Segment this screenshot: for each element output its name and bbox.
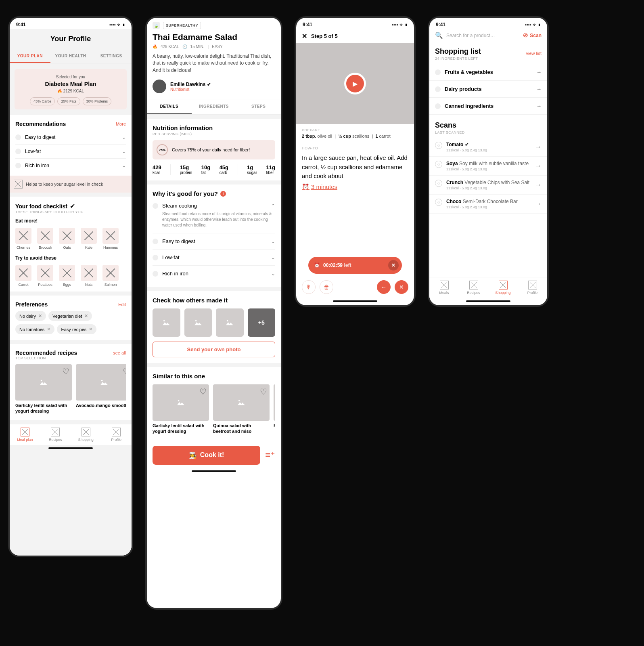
remove-icon[interactable]: ✕ xyxy=(84,313,88,319)
food-chip[interactable]: Carrot xyxy=(15,265,31,287)
pref-tag[interactable]: Easy recipes✕ xyxy=(57,324,96,334)
tab-ingredients[interactable]: INGREDIENTS xyxy=(192,99,236,114)
voice-button[interactable]: 🎙 xyxy=(302,280,316,294)
recipe-card[interactable]: ♡Fe bit xyxy=(274,384,275,434)
acc-iron[interactable]: Rich in iron⌄ xyxy=(153,266,275,281)
remove-icon[interactable]: ✕ xyxy=(47,327,50,332)
stop-timer-button[interactable]: ✕ xyxy=(388,260,399,271)
see-all-link[interactable]: see all xyxy=(113,350,126,355)
remove-icon[interactable]: ✕ xyxy=(38,313,42,319)
heart-icon[interactable]: ♡ xyxy=(260,387,267,396)
rec-more-link[interactable]: More xyxy=(116,122,126,126)
tab-settings[interactable]: SETTINGS xyxy=(91,50,132,63)
author-row[interactable]: Emilie Dawkins ✔ Nutritionist xyxy=(147,80,281,99)
acc-steam[interactable]: Steam cooking⌃ Steamed food retains more… xyxy=(153,198,275,233)
food-chip[interactable]: Oats xyxy=(59,228,75,250)
food-chip[interactable]: Salmon xyxy=(102,265,119,287)
photo-more[interactable]: +5 xyxy=(248,308,276,337)
chip-label: Carrot xyxy=(18,283,28,287)
recipes-icon xyxy=(51,428,60,436)
rec-label: Low-fat xyxy=(25,149,41,154)
nav-profile[interactable]: Profile xyxy=(518,277,547,298)
scan-item[interactable]: ☺Crunch Vegetable Chips with Sea Salt111… xyxy=(429,176,547,195)
finish-button[interactable]: ✕ xyxy=(395,280,408,294)
rec-item-iron[interactable]: Rich in iron⌄ xyxy=(15,159,126,172)
meal-plan-card[interactable]: Selected for you Diabetes Meal Plan 🔥 21… xyxy=(15,69,127,109)
recipe-card[interactable]: ♡Garlicky lentil salad with yogurt dress… xyxy=(15,364,72,414)
arrow-right-icon: → xyxy=(535,162,542,170)
cook-button[interactable]: 👩‍🍳Cook it! xyxy=(153,446,260,465)
chip-label: Nuts xyxy=(85,283,93,287)
remove-icon[interactable]: ✕ xyxy=(89,327,92,332)
heart-icon[interactable]: ♡ xyxy=(199,387,207,396)
fiber-text: Covers 75% of your daily need for fiber! xyxy=(172,147,250,152)
recipe-cards[interactable]: ♡Garlicky lentil salad with yogurt dress… xyxy=(15,364,126,414)
recipe-image: ♡ xyxy=(153,384,209,421)
heart-icon[interactable]: ♡ xyxy=(123,367,126,376)
tab-your-health[interactable]: YOUR HEALTH xyxy=(50,50,91,63)
avoid-row: CarrotPotatoesEggsNutsSalmon xyxy=(15,265,126,287)
cat-canned[interactable]: Canned ingredients→ xyxy=(429,98,547,115)
nav-mealplan[interactable]: Meal plan xyxy=(10,424,40,445)
similar-cards[interactable]: ♡Garlicky lentil salad with yogurt dress… xyxy=(153,384,275,434)
prev-step-button[interactable]: ← xyxy=(377,280,391,294)
food-chip[interactable]: Eggs xyxy=(59,265,75,287)
food-chip[interactable]: Potatoes xyxy=(37,265,53,287)
view-list-link[interactable]: view list xyxy=(526,51,542,56)
food-chip[interactable]: Hummus xyxy=(102,228,119,250)
scans-heading: Scans xyxy=(435,121,456,130)
rec-item-digest[interactable]: Easy to digest⌄ xyxy=(15,130,126,145)
play-button[interactable]: ▶ xyxy=(346,75,364,92)
send-photo-button[interactable]: Send your own photo xyxy=(153,342,275,357)
nav-shopping[interactable]: Shopping xyxy=(71,424,101,445)
recipe-card[interactable]: ♡Quinoa salad with beetroot and miso xyxy=(213,384,270,434)
close-icon[interactable]: ✕ xyxy=(302,32,307,40)
pref-tag[interactable]: No dairy✕ xyxy=(15,311,46,321)
mood-icon: ☺ xyxy=(435,142,442,149)
add-list-button[interactable]: ≡⁺ xyxy=(265,446,275,465)
scan-item[interactable]: ☺Choco Semi-Dark Chocolate Bar111kcal · … xyxy=(429,195,547,214)
photo-thumb[interactable] xyxy=(216,308,244,337)
photo-thumb[interactable] xyxy=(184,308,212,337)
pref-edit-link[interactable]: Edit xyxy=(118,302,126,307)
timer-link[interactable]: ⏰3 minutes xyxy=(296,183,414,199)
heart-icon[interactable]: ♡ xyxy=(62,367,69,376)
scan-button[interactable]: 〄Scan xyxy=(523,33,542,38)
cat-dairy[interactable]: Dairy products→ xyxy=(429,81,547,98)
scan-item[interactable]: ☺Soya Soy milk with subtle vanilla taste… xyxy=(429,157,547,176)
scan-item[interactable]: ☺Tomato ✔ 111kcal · 5.0g 2.4g 13.0g→ xyxy=(429,138,547,157)
food-chip[interactable]: Broccoli xyxy=(37,228,53,250)
nav-shopping[interactable]: Shopping xyxy=(488,277,518,298)
recipes-section: Recommended recipes see all TOP SELECTIO… xyxy=(10,344,132,420)
nav-recipes[interactable]: Recipes xyxy=(459,277,488,298)
photo-thumb[interactable] xyxy=(153,308,180,337)
food-chip[interactable]: Cherries xyxy=(15,228,31,250)
delete-button[interactable]: 🗑 xyxy=(320,280,333,294)
tab-your-plan[interactable]: YOUR PLAN xyxy=(10,50,50,63)
arrow-right-icon: → xyxy=(535,181,542,189)
tab-details[interactable]: DETAILS xyxy=(147,99,192,114)
nav-profile[interactable]: Profile xyxy=(101,424,132,445)
cat-label: Dairy products xyxy=(445,86,482,92)
recipe-card[interactable]: ♡Avocado-mango smoothie xyxy=(76,364,126,414)
rec-item-lowfat[interactable]: Low-fat⌄ xyxy=(15,145,126,159)
preferences-section: Preferences Edit No dairy✕Vegetarian die… xyxy=(10,296,132,340)
search-input[interactable]: Search for a product… xyxy=(446,33,520,38)
video-area[interactable]: ▶ xyxy=(296,43,414,124)
pref-tag[interactable]: No tomatoes✕ xyxy=(15,324,54,334)
recipe-card[interactable]: ♡Garlicky lentil salad with yogurt dress… xyxy=(153,384,209,434)
cat-fruits[interactable]: Fruits & vegetables→ xyxy=(429,64,547,81)
acc-lowfat[interactable]: Low-fat⌄ xyxy=(153,250,275,266)
pref-tag[interactable]: Vegetarian diet✕ xyxy=(48,311,92,321)
tag-label: Easy recipes xyxy=(61,327,86,332)
tag-label: Vegetarian diet xyxy=(52,314,82,319)
acc-digest[interactable]: Easy to digest⌄ xyxy=(153,233,275,250)
food-chip[interactable]: Nuts xyxy=(81,265,97,287)
timer-pill[interactable]: ⏰ 00:02:59 left ✕ xyxy=(308,257,402,274)
food-chip[interactable]: Kale xyxy=(81,228,97,250)
nav-recipes[interactable]: Recipes xyxy=(40,424,71,445)
nav-meals[interactable]: Meals xyxy=(429,277,459,298)
acc-heading: Rich in iron xyxy=(162,271,188,277)
author-role: Nutritionist xyxy=(170,87,211,92)
tab-steps[interactable]: STEPS xyxy=(236,99,281,114)
